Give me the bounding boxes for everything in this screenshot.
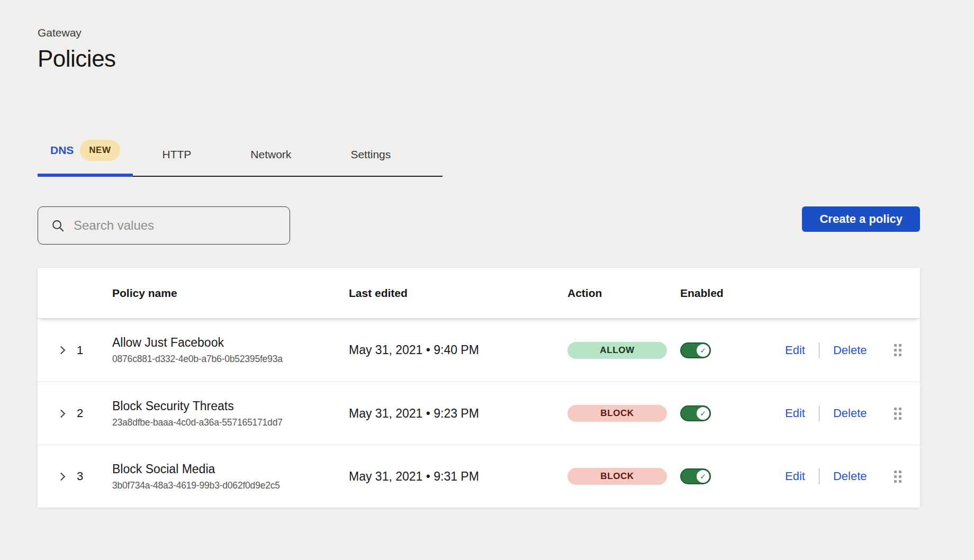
policy-name: Allow Just Facebook [112,336,349,350]
tab-bar: DNS NEW HTTP Network Settings [38,140,443,177]
drag-handle-icon[interactable] [894,471,920,483]
table-row: 2 Block Security Threats 23a8dfbe-baaa-4… [38,382,920,445]
policy-name: Block Social Media [112,462,349,476]
chevron-right-icon [57,346,65,355]
tab-http[interactable]: HTTP [133,148,221,176]
edit-link[interactable]: Edit [785,469,805,483]
drag-handle-icon[interactable] [894,344,920,356]
expand-row-button[interactable] [56,407,68,420]
enabled-toggle[interactable]: ✓ [680,468,711,484]
policy-uuid: 3b0f734a-48a3-4619-99b3-d062f0d9e2c5 [112,480,349,491]
row-number: 2 [77,407,112,420]
edit-link[interactable]: Edit [785,407,805,420]
row-number: 1 [77,344,112,357]
expand-row-button[interactable] [56,470,68,483]
policy-name: Block Security Threats [112,399,349,413]
divider [819,342,819,358]
policy-uuid: 0876c881-d332-4e0b-a7b6-0b52395fe93a [112,354,349,365]
enabled-toggle[interactable]: ✓ [680,405,711,421]
divider [819,405,819,421]
policies-table: Policy name Last edited Action Enabled 1… [38,268,920,508]
table-header-row: Policy name Last edited Action Enabled [38,268,920,319]
column-header-policy-name: Policy name [112,287,349,300]
delete-link[interactable]: Delete [833,469,867,483]
row-number: 3 [77,469,112,483]
tab-settings[interactable]: Settings [321,148,420,176]
column-header-enabled: Enabled [680,287,785,300]
toggle-check-icon: ✓ [697,407,709,420]
last-edited: May 31, 2021 • 9:40 PM [349,343,567,357]
search-box [38,206,290,245]
last-edited: May 31, 2021 • 9:23 PM [349,407,567,421]
create-policy-button[interactable]: Create a policy [802,206,920,232]
toolbar: Create a policy [38,206,920,245]
gateway-policies-page: Gateway Policies DNS NEW HTTP Network Se… [0,0,974,508]
toggle-check-icon: ✓ [697,344,709,357]
tab-network[interactable]: Network [221,148,321,176]
action-badge: BLOCK [567,405,667,422]
policy-uuid: 23a8dfbe-baaa-4c0d-a36a-557165171dd7 [112,417,349,428]
expand-row-button[interactable] [56,344,68,357]
tab-http-label: HTTP [163,148,192,161]
page-title: Policies [38,46,920,72]
column-header-last-edited: Last edited [349,287,567,300]
delete-link[interactable]: Delete [833,407,867,420]
delete-link[interactable]: Delete [833,344,867,357]
edit-link[interactable]: Edit [785,344,805,357]
table-row: 3 Block Social Media 3b0f734a-48a3-4619-… [38,445,920,508]
tab-dns[interactable]: DNS NEW [38,140,133,176]
action-badge: BLOCK [567,468,667,485]
divider [819,468,819,484]
last-edited: May 31, 2021 • 9:31 PM [349,469,567,484]
breadcrumb[interactable]: Gateway [38,26,920,39]
chevron-right-icon [57,409,65,418]
new-badge: NEW [80,140,120,161]
search-input[interactable] [74,218,279,233]
enabled-toggle[interactable]: ✓ [680,342,711,358]
tab-settings-label: Settings [350,148,391,161]
action-badge: ALLOW [567,342,667,359]
toggle-check-icon: ✓ [697,470,709,483]
chevron-right-icon [57,472,65,481]
table-row: 1 Allow Just Facebook 0876c881-d332-4e0b… [38,319,920,382]
column-header-action: Action [567,287,680,300]
tab-network-label: Network [250,148,291,161]
tab-dns-label: DNS [50,144,74,157]
search-icon [51,219,65,233]
drag-handle-icon[interactable] [894,408,920,420]
